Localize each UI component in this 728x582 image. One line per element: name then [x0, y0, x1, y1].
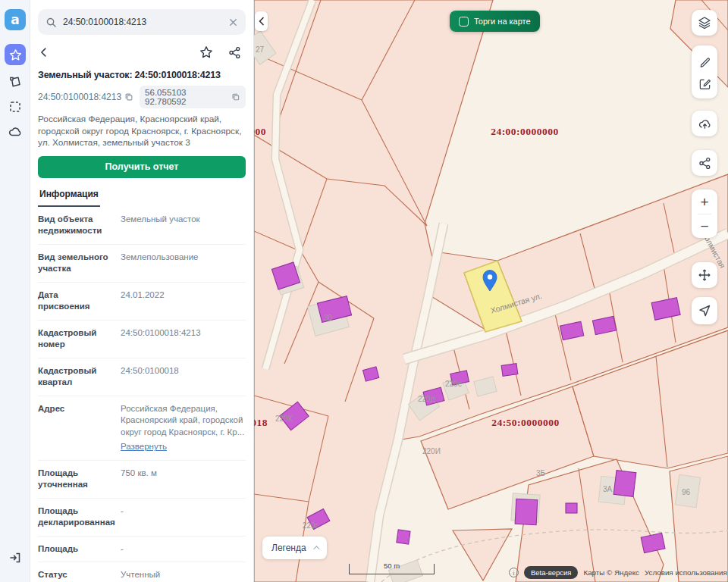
object-info-panel: Земельный участок: 24:50:0100018:4213 24…: [30, 0, 254, 582]
copyright-text: Карты © Яндекс: [583, 568, 639, 577]
object-address: Российская Федерация, Красноярский край,…: [38, 114, 246, 149]
table-row: Кадастровый квартал24:50:0100018: [38, 358, 246, 396]
parcel-number-label: 30: [324, 314, 332, 322]
clear-search-icon[interactable]: [228, 17, 238, 27]
row-label: Площадь уточненная: [38, 468, 111, 491]
row-label: Статус: [38, 569, 111, 581]
sidebar-item-cloud[interactable]: [6, 123, 24, 141]
zoom-in-button[interactable]: +: [692, 190, 717, 214]
legend-button[interactable]: Легенда: [262, 537, 327, 559]
row-label: Площадь декларированная: [38, 505, 111, 529]
logout-button[interactable]: [6, 549, 24, 567]
app-logo[interactable]: a: [5, 9, 26, 30]
zoom-controls: + −: [692, 189, 717, 238]
row-value: 24.01.2022: [121, 289, 246, 313]
expand-address-link[interactable]: Развернуть: [121, 441, 167, 453]
locate-me-button[interactable]: [692, 297, 717, 324]
terms-link[interactable]: Условия использования: [645, 568, 727, 577]
parcel-number-label: 220И: [422, 447, 441, 455]
parcel-number-label: 220г: [303, 521, 318, 530]
layers-button[interactable]: [692, 10, 717, 36]
map-attribution: i Beta-версия Карты © Яндекс Условия исп…: [509, 566, 727, 579]
navigation-arrow-icon: [698, 304, 711, 318]
sidebar-item-favorites[interactable]: [5, 44, 26, 65]
sidebar-item-objects[interactable]: [6, 73, 24, 91]
table-row: Вид объекта недвижимостиЗемельный участо…: [38, 207, 246, 244]
share-map-button[interactable]: [692, 150, 717, 176]
star-icon: [9, 48, 22, 61]
move-icon: [698, 268, 711, 282]
pencil-icon: [698, 55, 711, 67]
table-row: Площадь-: [38, 536, 246, 562]
copy-icon[interactable]: [231, 92, 240, 102]
cadastral-number-chip[interactable]: 24:50:0100018:4213: [38, 92, 133, 102]
parcel-number-label: 220е: [445, 380, 462, 388]
copy-icon[interactable]: [124, 92, 133, 102]
row-label: Площадь: [38, 543, 111, 555]
table-row: Площадь декларированная-: [38, 498, 246, 536]
row-value: Учтенный: [121, 569, 246, 581]
info-table: Вид объекта недвижимостиЗемельный участо…: [38, 207, 246, 582]
row-value: 24:50:0100018: [121, 365, 246, 389]
row-label: Вид земельного участка: [38, 252, 111, 275]
parcel-number-label: 96: [682, 488, 690, 496]
trades-on-map-toggle[interactable]: Торги на карте: [450, 11, 540, 32]
chevron-left-icon: [258, 17, 265, 26]
table-row: Вид земельного участкаЗемлепользование: [38, 244, 246, 282]
layers-icon: [698, 16, 711, 30]
trades-checkbox[interactable]: [459, 17, 469, 27]
chevron-up-icon: [313, 546, 319, 552]
building: [613, 471, 636, 497]
cadastral-map-canvas[interactable]: [254, 0, 728, 582]
row-label: Кадастровый номер: [38, 327, 111, 351]
star-outline-icon: [199, 45, 213, 59]
cadastral-map[interactable]: 24:00:0000000 0000 24:50:0000000 0018 Хо…: [254, 0, 728, 582]
share-button[interactable]: [228, 46, 241, 59]
beta-badge: Beta-версия: [524, 566, 578, 579]
upload-button[interactable]: [692, 111, 717, 136]
row-value: Российская Федерация, Красноярский край,…: [121, 403, 246, 453]
table-row: Дата присвоения24.01.2022: [38, 282, 246, 320]
row-value: 750 кв. м: [121, 468, 246, 491]
polygon-select-icon: [8, 75, 22, 89]
row-value: Земельный участок: [121, 214, 246, 237]
district-number-label-clipped: 0000: [254, 126, 266, 138]
row-label: Вид объекта недвижимости: [38, 214, 111, 237]
coordinates-chip[interactable]: 56.055103 92.780592: [140, 86, 246, 108]
parcel-number-label: 220д: [418, 395, 435, 403]
dashed-square-icon: [8, 100, 22, 114]
sidebar-item-area-select[interactable]: [6, 98, 24, 116]
building: [397, 530, 410, 544]
search-bar[interactable]: [38, 9, 246, 35]
building: [501, 364, 518, 377]
back-button[interactable]: [38, 46, 50, 58]
cloud-upload-icon: [698, 117, 712, 131]
row-label: Адрес: [38, 403, 111, 453]
table-row: Кадастровый номер24:50:0100018:4213: [38, 320, 246, 358]
share-icon: [698, 157, 711, 170]
scale-label: 50 m: [350, 562, 434, 570]
app-rail: a: [0, 0, 30, 582]
cloud-icon: [8, 124, 23, 139]
address-truncated: Российская Федерация, Красноярский край,…: [121, 404, 244, 436]
pan-button[interactable]: [692, 262, 717, 288]
district-number-label: 24:50:0000000: [472, 417, 579, 429]
tab-information[interactable]: Информация: [38, 189, 100, 207]
favorite-button[interactable]: [199, 45, 213, 59]
edit-button[interactable]: [692, 72, 717, 95]
parcel-number-label: 3А: [603, 485, 612, 493]
district-number-label: 24:00:0000000: [471, 126, 579, 138]
measure-button[interactable]: [692, 49, 717, 72]
search-icon: [46, 17, 57, 28]
zoom-out-button[interactable]: −: [692, 214, 717, 238]
search-input[interactable]: [63, 17, 222, 27]
edit-square-icon: [698, 77, 711, 90]
table-row: Площадь уточненная750 кв. м: [38, 460, 246, 498]
table-row: СтатусУчтенный: [38, 562, 246, 582]
app-logo-letter: a: [11, 12, 19, 27]
info-icon[interactable]: i: [509, 568, 519, 577]
coordinates-text: 56.055103 92.780592: [145, 88, 228, 106]
get-report-button[interactable]: Получить отчет: [38, 156, 246, 178]
share-icon: [228, 46, 241, 59]
collapse-panel-button[interactable]: [255, 11, 268, 31]
